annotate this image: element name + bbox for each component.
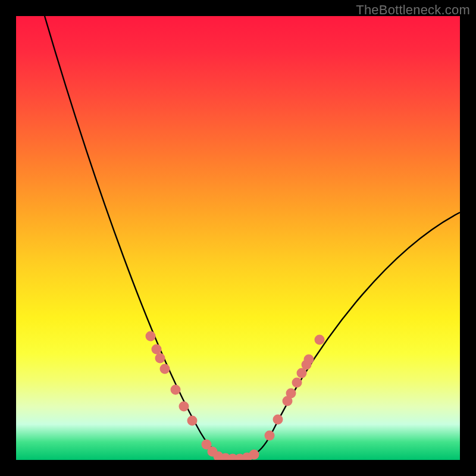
marker-dot: [249, 450, 259, 460]
chart-frame: TheBottleneck.com: [0, 0, 476, 476]
marker-dot: [179, 402, 189, 412]
marker-dot: [187, 416, 198, 426]
marker-dot: [273, 415, 283, 425]
marker-dot: [160, 364, 170, 374]
marker-dot: [146, 331, 156, 342]
marker-dot: [155, 353, 165, 364]
marker-group: [146, 331, 325, 461]
chart-plot-area: [16, 16, 460, 460]
marker-dot: [265, 431, 275, 441]
marker-dot: [292, 378, 302, 388]
marker-dot: [152, 345, 162, 355]
marker-dot: [315, 335, 325, 345]
marker-dot: [171, 385, 181, 395]
bottleneck-curve: [45, 16, 460, 459]
bottleneck-chart-svg: [16, 16, 460, 460]
marker-dot: [286, 389, 296, 399]
marker-dot: [304, 355, 314, 365]
watermark-text: TheBottleneck.com: [356, 2, 470, 18]
